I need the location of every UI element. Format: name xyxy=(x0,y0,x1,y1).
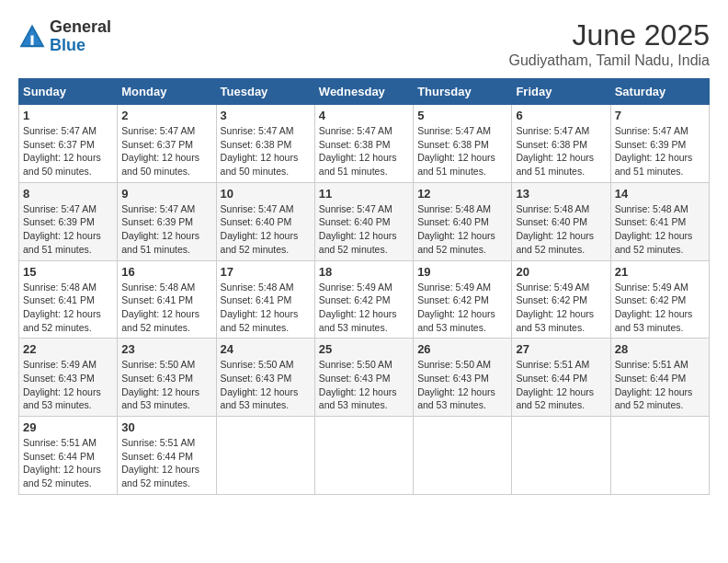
day-number: 23 xyxy=(121,342,211,356)
calendar-cell: 9Sunrise: 5:47 AMSunset: 6:39 PMDaylight… xyxy=(118,182,216,260)
day-info: Sunrise: 5:48 AMSunset: 6:40 PMDaylight:… xyxy=(417,203,495,255)
day-info: Sunrise: 5:51 AMSunset: 6:44 PMDaylight:… xyxy=(516,359,594,410)
day-info: Sunrise: 5:49 AMSunset: 6:42 PMDaylight:… xyxy=(319,282,397,333)
day-info: Sunrise: 5:50 AMSunset: 6:43 PMDaylight:… xyxy=(221,359,299,410)
day-info: Sunrise: 5:51 AMSunset: 6:44 PMDaylight:… xyxy=(23,437,101,488)
day-info: Sunrise: 5:47 AMSunset: 6:40 PMDaylight:… xyxy=(221,203,299,255)
day-number: 5 xyxy=(417,109,507,122)
logo-general: General xyxy=(50,17,111,36)
day-number: 10 xyxy=(221,187,311,201)
calendar-cell: 6Sunrise: 5:47 AMSunset: 6:38 PMDaylight… xyxy=(512,105,610,183)
day-info: Sunrise: 5:51 AMSunset: 6:44 PMDaylight:… xyxy=(615,359,693,410)
calendar-cell: 27Sunrise: 5:51 AMSunset: 6:44 PMDayligh… xyxy=(512,339,610,417)
calendar-cell: 22Sunrise: 5:49 AMSunset: 6:43 PMDayligh… xyxy=(19,339,118,417)
location-title: Gudiyatham, Tamil Nadu, India xyxy=(509,52,710,69)
day-info: Sunrise: 5:50 AMSunset: 6:43 PMDaylight:… xyxy=(417,359,495,410)
calendar-cell: 17Sunrise: 5:48 AMSunset: 6:41 PMDayligh… xyxy=(216,260,314,339)
day-info: Sunrise: 5:48 AMSunset: 6:41 PMDaylight:… xyxy=(121,282,199,333)
day-info: Sunrise: 5:49 AMSunset: 6:43 PMDaylight:… xyxy=(23,359,101,410)
day-number: 1 xyxy=(23,109,113,122)
title-area: June 2025 Gudiyatham, Tamil Nadu, India xyxy=(509,18,710,69)
calendar-cell: 10Sunrise: 5:47 AMSunset: 6:40 PMDayligh… xyxy=(216,182,314,260)
calendar-week-row: 8Sunrise: 5:47 AMSunset: 6:39 PMDaylight… xyxy=(19,182,710,260)
header-day: Saturday xyxy=(610,79,709,105)
day-info: Sunrise: 5:47 AMSunset: 6:38 PMDaylight:… xyxy=(516,125,594,177)
calendar-week-row: 15Sunrise: 5:48 AMSunset: 6:41 PMDayligh… xyxy=(19,260,710,339)
day-number: 21 xyxy=(615,265,705,279)
day-number: 12 xyxy=(417,187,507,201)
day-number: 11 xyxy=(319,187,409,201)
header-day: Tuesday xyxy=(216,79,314,105)
day-info: Sunrise: 5:48 AMSunset: 6:40 PMDaylight:… xyxy=(516,203,594,255)
day-number: 22 xyxy=(23,342,113,356)
header-day: Monday xyxy=(118,79,216,105)
header-day: Wednesday xyxy=(314,79,413,105)
calendar-cell: 12Sunrise: 5:48 AMSunset: 6:40 PMDayligh… xyxy=(414,182,512,260)
calendar-cell: 1Sunrise: 5:47 AMSunset: 6:37 PMDaylight… xyxy=(19,105,118,183)
calendar-cell: 29Sunrise: 5:51 AMSunset: 6:44 PMDayligh… xyxy=(19,417,118,495)
calendar-cell: 30Sunrise: 5:51 AMSunset: 6:44 PMDayligh… xyxy=(118,417,216,495)
calendar-cell: 11Sunrise: 5:47 AMSunset: 6:40 PMDayligh… xyxy=(314,182,413,260)
calendar-cell: 14Sunrise: 5:48 AMSunset: 6:41 PMDayligh… xyxy=(610,182,709,260)
calendar-cell: 23Sunrise: 5:50 AMSunset: 6:43 PMDayligh… xyxy=(118,339,216,417)
day-number: 25 xyxy=(319,342,409,356)
day-number: 17 xyxy=(221,265,311,279)
calendar-cell: 24Sunrise: 5:50 AMSunset: 6:43 PMDayligh… xyxy=(216,339,314,417)
calendar-cell xyxy=(414,417,512,495)
day-number: 14 xyxy=(615,187,705,201)
calendar-cell xyxy=(610,417,709,495)
day-info: Sunrise: 5:48 AMSunset: 6:41 PMDaylight:… xyxy=(23,282,101,333)
day-number: 4 xyxy=(319,109,409,122)
day-number: 18 xyxy=(319,265,409,279)
day-number: 26 xyxy=(417,342,507,356)
day-number: 16 xyxy=(121,265,211,279)
calendar-cell: 2Sunrise: 5:47 AMSunset: 6:37 PMDaylight… xyxy=(118,105,216,183)
logo: General Blue xyxy=(18,18,111,55)
logo-icon xyxy=(18,23,46,51)
month-title: June 2025 xyxy=(509,18,710,52)
calendar-cell xyxy=(314,417,413,495)
day-number: 30 xyxy=(121,420,211,434)
day-number: 9 xyxy=(121,187,211,201)
day-number: 20 xyxy=(516,265,606,279)
day-info: Sunrise: 5:47 AMSunset: 6:40 PMDaylight:… xyxy=(319,203,397,255)
day-info: Sunrise: 5:50 AMSunset: 6:43 PMDaylight:… xyxy=(121,359,199,410)
day-number: 8 xyxy=(23,187,113,201)
day-info: Sunrise: 5:49 AMSunset: 6:42 PMDaylight:… xyxy=(417,282,495,333)
header: General Blue June 2025 Gudiyatham, Tamil… xyxy=(18,18,710,69)
day-number: 28 xyxy=(615,342,705,356)
header-day: Sunday xyxy=(19,79,118,105)
day-number: 24 xyxy=(221,342,311,356)
day-number: 13 xyxy=(516,187,606,201)
day-info: Sunrise: 5:48 AMSunset: 6:41 PMDaylight:… xyxy=(615,203,693,255)
header-row: SundayMondayTuesdayWednesdayThursdayFrid… xyxy=(19,79,710,105)
calendar-cell: 18Sunrise: 5:49 AMSunset: 6:42 PMDayligh… xyxy=(314,260,413,339)
day-info: Sunrise: 5:47 AMSunset: 6:37 PMDaylight:… xyxy=(23,125,101,177)
header-day: Friday xyxy=(512,79,610,105)
day-info: Sunrise: 5:47 AMSunset: 6:37 PMDaylight:… xyxy=(121,125,199,177)
svg-rect-2 xyxy=(31,35,34,45)
calendar-cell: 8Sunrise: 5:47 AMSunset: 6:39 PMDaylight… xyxy=(19,182,118,260)
day-info: Sunrise: 5:47 AMSunset: 6:39 PMDaylight:… xyxy=(23,203,101,255)
day-info: Sunrise: 5:47 AMSunset: 6:39 PMDaylight:… xyxy=(615,125,693,177)
day-number: 15 xyxy=(23,265,113,279)
calendar-cell: 4Sunrise: 5:47 AMSunset: 6:38 PMDaylight… xyxy=(314,105,413,183)
calendar-week-row: 22Sunrise: 5:49 AMSunset: 6:43 PMDayligh… xyxy=(19,339,710,417)
calendar-week-row: 1Sunrise: 5:47 AMSunset: 6:37 PMDaylight… xyxy=(19,105,710,183)
calendar-cell: 26Sunrise: 5:50 AMSunset: 6:43 PMDayligh… xyxy=(414,339,512,417)
calendar-cell: 16Sunrise: 5:48 AMSunset: 6:41 PMDayligh… xyxy=(118,260,216,339)
day-info: Sunrise: 5:47 AMSunset: 6:39 PMDaylight:… xyxy=(121,203,199,255)
calendar-cell: 15Sunrise: 5:48 AMSunset: 6:41 PMDayligh… xyxy=(19,260,118,339)
day-info: Sunrise: 5:51 AMSunset: 6:44 PMDaylight:… xyxy=(121,437,199,488)
day-number: 6 xyxy=(516,109,606,122)
day-info: Sunrise: 5:47 AMSunset: 6:38 PMDaylight:… xyxy=(417,125,495,177)
day-number: 19 xyxy=(417,265,507,279)
calendar-cell xyxy=(512,417,610,495)
calendar-cell: 19Sunrise: 5:49 AMSunset: 6:42 PMDayligh… xyxy=(414,260,512,339)
logo-blue: Blue xyxy=(50,36,85,54)
calendar-week-row: 29Sunrise: 5:51 AMSunset: 6:44 PMDayligh… xyxy=(19,417,710,495)
day-info: Sunrise: 5:50 AMSunset: 6:43 PMDaylight:… xyxy=(319,359,397,410)
calendar-cell: 13Sunrise: 5:48 AMSunset: 6:40 PMDayligh… xyxy=(512,182,610,260)
calendar-cell: 28Sunrise: 5:51 AMSunset: 6:44 PMDayligh… xyxy=(610,339,709,417)
day-number: 2 xyxy=(121,109,211,122)
